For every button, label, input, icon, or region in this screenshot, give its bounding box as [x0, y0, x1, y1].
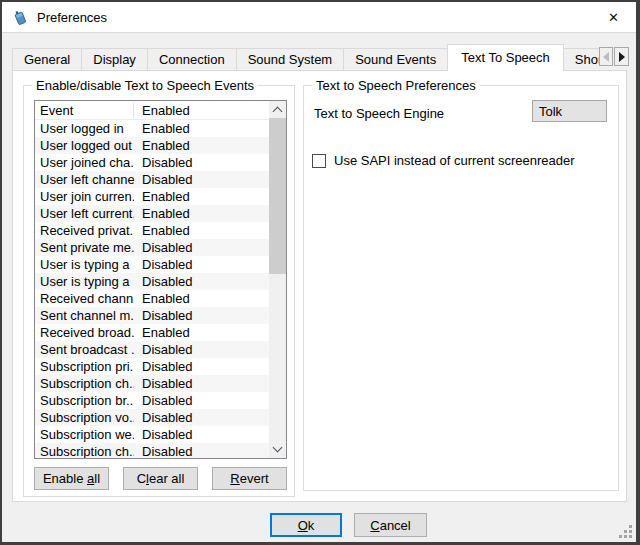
close-icon[interactable]: ✕ — [591, 2, 636, 33]
column-header-enabled[interactable]: Enabled — [134, 103, 190, 118]
window-title: Preferences — [37, 10, 107, 25]
event-cell: Sent channel m... — [35, 308, 134, 323]
event-cell: Received chann... — [35, 291, 134, 306]
chevron-down-icon — [273, 443, 283, 453]
scroll-up-button[interactable] — [269, 101, 286, 118]
sapi-checkbox-row[interactable]: Use SAPI instead of current screenreader — [312, 153, 575, 168]
event-cell: Received broad... — [35, 325, 134, 340]
engine-selected-value: Tolk — [533, 104, 588, 119]
scroll-down-button[interactable] — [269, 441, 286, 458]
event-cell: Subscription vo... — [35, 410, 134, 425]
enable-all-button[interactable]: Enable all — [34, 467, 109, 490]
vertical-scrollbar[interactable] — [269, 101, 286, 458]
tab-text-to-speech[interactable]: Text To Speech — [447, 44, 564, 71]
chevron-up-icon — [273, 107, 283, 117]
event-row[interactable]: Received chann...Enabled — [35, 290, 269, 307]
event-cell: Received privat... — [35, 223, 134, 238]
tts-preferences-group: Text to Speech Preferences Text to Speec… — [303, 85, 619, 491]
label-accesskey: a — [87, 471, 94, 486]
event-row[interactable]: Subscription vo...Disabled — [35, 409, 269, 426]
tab-shortcuts[interactable]: Shortcuts — [563, 48, 600, 71]
tab-scroll-right-button[interactable] — [614, 47, 629, 66]
tab-display[interactable]: Display — [81, 48, 148, 71]
event-row[interactable]: Sent channel m...Disabled — [35, 307, 269, 324]
status-cell: Enabled — [134, 121, 190, 136]
event-row[interactable]: User logged inEnabled — [35, 120, 269, 137]
label-part: Enable — [43, 471, 87, 486]
event-row[interactable]: Subscription br...Disabled — [35, 392, 269, 409]
event-row[interactable]: User left current...Enabled — [35, 205, 269, 222]
left-arrow-icon — [603, 52, 609, 62]
right-arrow-icon — [619, 52, 625, 62]
ok-button[interactable]: Ok — [270, 513, 342, 537]
preferences-dialog: Preferences ✕ GeneralDisplayConnectionSo… — [0, 0, 640, 545]
label-part: ear all — [149, 471, 184, 486]
status-cell: Enabled — [134, 138, 190, 153]
sapi-checkbox-label: Use SAPI instead of current screenreader — [334, 153, 575, 168]
tab-scroll-left-button[interactable] — [599, 47, 613, 66]
event-row[interactable]: Subscription we...Disabled — [35, 426, 269, 443]
status-cell: Enabled — [134, 189, 190, 204]
revert-button[interactable]: Revert — [212, 467, 287, 490]
column-header-event[interactable]: Event — [35, 103, 134, 118]
status-cell: Disabled — [134, 427, 193, 442]
event-cell: Sent private me... — [35, 240, 134, 255]
list-rows: User logged inEnabledUser logged outEnab… — [35, 120, 269, 458]
status-cell: Enabled — [134, 223, 190, 238]
event-row[interactable]: User is typing a ...Disabled — [35, 256, 269, 273]
tab-bar: GeneralDisplayConnectionSound SystemSoun… — [12, 44, 600, 71]
resize-grip[interactable] — [618, 524, 632, 538]
list-header[interactable]: Event Enabled — [35, 101, 269, 120]
event-row[interactable]: Subscription pri...Disabled — [35, 358, 269, 375]
tts-events-group: Enable/disable Text to Speech Events Eve… — [23, 85, 295, 497]
event-row[interactable]: User left channelDisabled — [35, 171, 269, 188]
event-cell: Subscription pri... — [35, 359, 134, 374]
event-row[interactable]: User logged outEnabled — [35, 137, 269, 154]
status-cell: Disabled — [134, 393, 193, 408]
event-row[interactable]: Subscription ch...Disabled — [35, 375, 269, 392]
label-accesskey: C — [370, 518, 379, 533]
tab-general[interactable]: General — [12, 48, 82, 71]
status-cell: Disabled — [134, 359, 193, 374]
event-row[interactable]: User is typing a ...Disabled — [35, 273, 269, 290]
sapi-checkbox[interactable] — [312, 154, 326, 168]
event-cell: User logged out — [35, 138, 134, 153]
tts-preferences-group-title: Text to Speech Preferences — [312, 78, 480, 93]
event-cell: Subscription we... — [35, 427, 134, 442]
status-cell: Disabled — [134, 274, 193, 289]
clear-all-button[interactable]: Clear all — [123, 467, 198, 490]
event-cell: Subscription ch... — [35, 376, 134, 391]
tab-sound-events[interactable]: Sound Events — [343, 48, 448, 71]
label-accesskey: O — [298, 518, 308, 533]
tts-events-group-title: Enable/disable Text to Speech Events — [32, 78, 258, 93]
label-part: ll — [94, 471, 100, 486]
tab-sound-system[interactable]: Sound System — [236, 48, 345, 71]
events-list[interactable]: Event Enabled User logged inEnabledUser … — [34, 100, 287, 459]
event-cell: User is typing a ... — [35, 274, 134, 289]
tab-connection[interactable]: Connection — [147, 48, 237, 71]
app-icon — [12, 9, 29, 26]
title-bar: Preferences ✕ — [2, 2, 636, 33]
engine-dropdown[interactable]: Tolk — [532, 100, 607, 122]
event-cell: User is typing a ... — [35, 257, 134, 272]
label-accesskey: R — [230, 471, 239, 486]
status-cell: Disabled — [134, 240, 193, 255]
label-part: k — [308, 518, 315, 533]
status-cell: Disabled — [134, 308, 193, 323]
event-row[interactable]: Sent private me...Disabled — [35, 239, 269, 256]
label-part: C — [137, 471, 146, 486]
status-cell: Disabled — [134, 444, 193, 458]
cancel-button[interactable]: Cancel — [354, 513, 427, 537]
status-cell: Disabled — [134, 410, 193, 425]
tab-page: Enable/disable Text to Speech Events Eve… — [12, 70, 627, 502]
event-row[interactable]: Subscription ch...Disabled — [35, 443, 269, 458]
event-row[interactable]: Received privat...Enabled — [35, 222, 269, 239]
status-cell: Disabled — [134, 376, 193, 391]
scrollbar-thumb[interactable] — [269, 118, 286, 274]
event-row[interactable]: Received broad...Enabled — [35, 324, 269, 341]
event-row[interactable]: User join curren...Enabled — [35, 188, 269, 205]
status-cell: Disabled — [134, 257, 193, 272]
status-cell: Enabled — [134, 206, 190, 221]
event-row[interactable]: User joined cha...Disabled — [35, 154, 269, 171]
event-row[interactable]: Sent broadcast ...Disabled — [35, 341, 269, 358]
